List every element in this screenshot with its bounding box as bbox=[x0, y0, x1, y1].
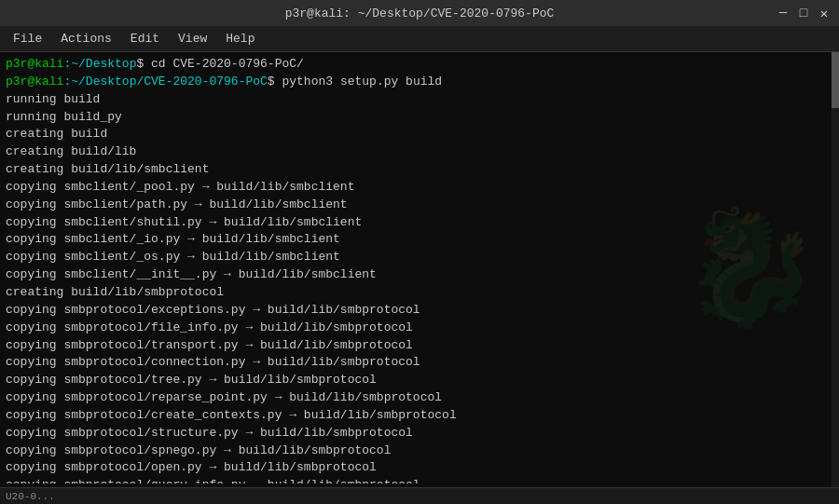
output-text: copying smbprotocol/connection.py → buil… bbox=[6, 355, 420, 369]
terminal-line: creating build bbox=[6, 126, 833, 143]
output-text: creating build/lib/smbclient bbox=[6, 162, 209, 176]
output-text: copying smbprotocol/structure.py → build… bbox=[6, 426, 413, 440]
titlebar-controls: ─ □ ✕ bbox=[776, 6, 832, 20]
output-text: copying smbprotocol/exceptions.py → buil… bbox=[6, 303, 420, 317]
output-text: running build bbox=[6, 92, 100, 106]
terminal-line: copying smbprotocol/tree.py → build/lib/… bbox=[6, 372, 833, 389]
terminal-line: copying smbclient/shutil.py → build/lib/… bbox=[6, 214, 833, 232]
output-text: copying smbprotocol/file_info.py → build… bbox=[6, 320, 413, 334]
terminal-line: copying smbprotocol/spnego.py → build/li… bbox=[6, 443, 833, 460]
menu-item-view[interactable]: View bbox=[169, 30, 216, 48]
terminal-line: creating build/lib/smbprotocol bbox=[6, 284, 833, 302]
terminal-line: creating build/lib/smbclient bbox=[6, 161, 833, 179]
output-text: copying smbclient/_os.py → build/lib/smb… bbox=[6, 250, 340, 264]
terminal-line: copying smbprotocol/query_info.py → buil… bbox=[6, 477, 833, 484]
output-text: running build_py bbox=[6, 110, 122, 124]
terminal-line: creating build/lib bbox=[6, 143, 833, 161]
output-text: creating build bbox=[6, 127, 107, 141]
output-text: copying smbclient/_io.py → build/lib/smb… bbox=[6, 232, 340, 246]
terminal-content[interactable]: p3r@kali:~/Desktop$ cd CVE-2020-0796-PoC… bbox=[6, 56, 833, 484]
menu-item-help[interactable]: Help bbox=[216, 30, 264, 48]
terminal-line: copying smbprotocol/transport.py → build… bbox=[6, 337, 833, 355]
terminal-line: copying smbclient/path.py → build/lib/sm… bbox=[6, 197, 833, 214]
output-text: copying smbprotocol/open.py → build/lib/… bbox=[6, 460, 377, 474]
prompt-path: :~/Desktop bbox=[63, 57, 136, 71]
prompt-user: p3r@kali bbox=[6, 75, 63, 89]
terminal-line: copying smbprotocol/structure.py → build… bbox=[6, 425, 833, 443]
titlebar-title: p3r@kali: ~/Desktop/CVE-2020-0796-PoC bbox=[63, 7, 776, 20]
command-text: python3 setup.py build bbox=[282, 75, 442, 89]
output-text: copying smbprotocol/create_contexts.py →… bbox=[6, 408, 457, 422]
prompt-user: p3r@kali bbox=[6, 57, 63, 71]
terminal-line: copying smbprotocol/open.py → build/lib/… bbox=[6, 459, 833, 477]
close-button[interactable]: ✕ bbox=[817, 6, 832, 20]
statusbar-text: U20-0... bbox=[6, 491, 55, 502]
menu-item-edit[interactable]: Edit bbox=[121, 30, 169, 48]
terminal-line: p3r@kali:~/Desktop$ cd CVE-2020-0796-PoC… bbox=[6, 56, 833, 74]
scrollbar-thumb[interactable] bbox=[832, 52, 839, 108]
output-text: copying smbprotocol/transport.py → build… bbox=[6, 338, 413, 352]
prompt-dollar: $ bbox=[136, 57, 151, 71]
output-text: copying smbprotocol/query_info.py → buil… bbox=[6, 478, 420, 484]
maximize-button[interactable]: □ bbox=[796, 6, 811, 20]
terminal-line: copying smbclient/_os.py → build/lib/smb… bbox=[6, 249, 833, 266]
prompt-dollar: $ bbox=[268, 75, 282, 89]
output-text: copying smbclient/__init__.py → build/li… bbox=[6, 267, 377, 281]
menu-item-actions[interactable]: Actions bbox=[51, 30, 121, 48]
output-text: creating build/lib bbox=[6, 144, 136, 158]
scrollbar[interactable] bbox=[832, 52, 839, 487]
terminal-line: running build_py bbox=[6, 109, 833, 127]
output-text: copying smbclient/shutil.py → build/lib/… bbox=[6, 215, 362, 229]
output-text: copying smbprotocol/spnego.py → build/li… bbox=[6, 443, 391, 457]
terminal-line: copying smbclient/_pool.py → build/lib/s… bbox=[6, 179, 833, 197]
terminal-line: running build bbox=[6, 91, 833, 109]
output-text: copying smbprotocol/reparse_point.py → b… bbox=[6, 390, 442, 404]
terminal-line: copying smbprotocol/create_contexts.py →… bbox=[6, 407, 833, 425]
terminal-line: copying smbclient/_io.py → build/lib/smb… bbox=[6, 231, 833, 249]
terminal-line: copying smbprotocol/exceptions.py → buil… bbox=[6, 302, 833, 320]
terminal: 🐉 p3r@kali:~/Desktop$ cd CVE-2020-0796-P… bbox=[0, 52, 839, 487]
output-text: copying smbprotocol/tree.py → build/lib/… bbox=[6, 373, 377, 387]
terminal-line: copying smbprotocol/connection.py → buil… bbox=[6, 354, 833, 372]
terminal-line: copying smbprotocol/reparse_point.py → b… bbox=[6, 389, 833, 407]
prompt-path: :~/Desktop/CVE-2020-0796-PoC bbox=[63, 75, 267, 89]
statusbar: U20-0... bbox=[0, 487, 839, 504]
menu-item-file[interactable]: File bbox=[4, 30, 51, 48]
command-text: cd CVE-2020-0796-PoC/ bbox=[151, 57, 304, 71]
menubar: File Actions Edit View Help bbox=[0, 26, 839, 52]
minimize-button[interactable]: ─ bbox=[776, 6, 791, 20]
titlebar: p3r@kali: ~/Desktop/CVE-2020-0796-PoC ─ … bbox=[0, 0, 839, 26]
output-text: creating build/lib/smbprotocol bbox=[6, 285, 224, 299]
terminal-line: copying smbprotocol/file_info.py → build… bbox=[6, 320, 833, 337]
output-text: copying smbclient/_pool.py → build/lib/s… bbox=[6, 180, 354, 194]
output-text: copying smbclient/path.py → build/lib/sm… bbox=[6, 198, 348, 211]
terminal-line: p3r@kali:~/Desktop/CVE-2020-0796-PoC$ py… bbox=[6, 74, 833, 91]
terminal-line: copying smbclient/__init__.py → build/li… bbox=[6, 266, 833, 284]
